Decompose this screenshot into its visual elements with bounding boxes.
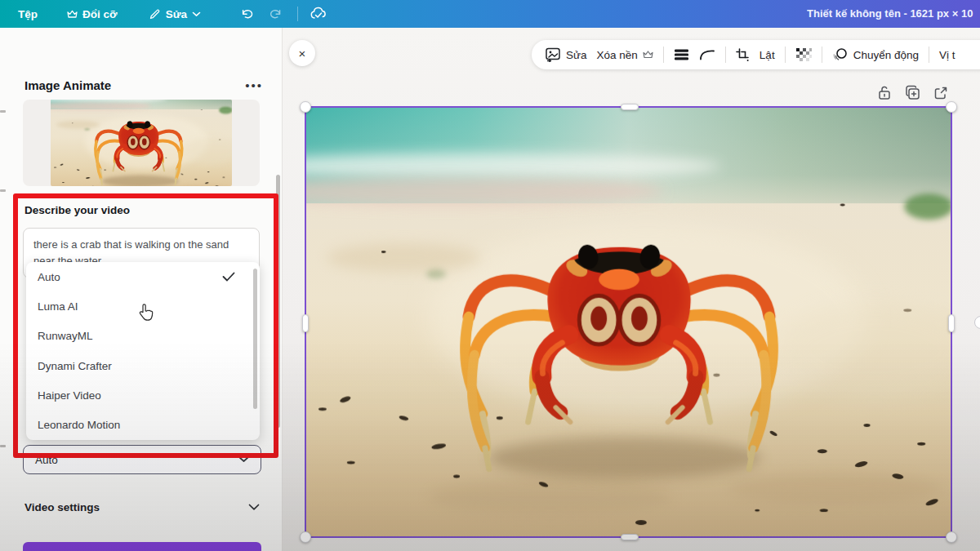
video-settings-toggle[interactable]: Video settings [24,501,260,513]
motion-icon [832,47,849,62]
photo-edit-icon [545,47,561,62]
dropdown-option-label: Auto [38,271,60,283]
beach-crab-image [306,108,951,536]
close-icon: × [299,47,306,60]
toolbar-divider [785,47,786,63]
remove-bg-label: Xóa nền [597,49,638,61]
undo-button[interactable] [240,8,255,20]
adjust-button[interactable] [674,48,689,61]
transparency-icon [795,47,812,62]
resize-handle-right[interactable] [948,314,955,332]
resize-handle-top-right[interactable] [946,101,957,113]
model-dropdown-list: Auto Luma AI RunwayML Dynami Crafter Hai… [26,262,260,440]
cloud-check-icon [310,7,327,21]
cropped-sidebar-fragment [0,110,6,113]
redo-button[interactable] [270,8,284,20]
edit-image-label: Sửa [566,49,587,61]
canvas-workspace[interactable]: × Sửa Xóa nền [283,28,980,551]
chevron-down-icon [238,456,249,463]
chevron-down-icon [248,504,260,511]
position-label: Vị t [939,49,956,61]
crown-icon [643,51,653,59]
top-menu-bar: Tệp Đổi cỡ Sửa Thiết kế không tên - 1621… [0,0,980,28]
flip-label: Lật [760,49,775,61]
cropped-sidebar-fragment [0,189,6,192]
source-image-thumbnail[interactable] [51,100,232,186]
dropdown-option-leonardo[interactable]: Leonardo Motion [26,410,260,439]
edit-image-button[interactable]: Sửa [545,47,587,62]
toolbar-divider [725,47,726,63]
topbar-divider [297,7,298,21]
dropdown-option-label: Leonardo Motion [38,419,120,431]
panel-scrollbar[interactable] [276,175,280,428]
dropdown-scrollbar[interactable] [253,269,257,409]
resize-handle-top[interactable] [621,104,639,110]
resize-button[interactable]: Đổi cỡ [67,8,118,20]
describe-video-label: Describe your video [24,204,130,216]
cropped-sidebar-fragment [0,445,6,447]
checkmark-icon [222,272,235,282]
resize-handle-left[interactable] [302,314,309,332]
file-menu-button[interactable]: Tệp [18,8,38,20]
edit-menu-label: Sửa [166,8,187,20]
dropdown-option-dynami-crafter[interactable]: Dynami Crafter [26,351,260,380]
dropdown-option-auto[interactable]: Auto [26,262,260,291]
resize-handle-top-left[interactable] [300,101,311,113]
dropdown-option-haiper[interactable]: Haiper Video [26,380,260,410]
edit-menu-button[interactable]: Sửa [149,8,201,20]
remove-background-button[interactable]: Xóa nền [597,49,653,61]
animate-label: Chuyển động [853,49,919,61]
curve-button[interactable] [699,49,715,60]
panel-title: Image Animate [24,78,111,92]
dropdown-option-runwayml[interactable]: RunwayML [26,322,260,351]
resize-handle-bottom[interactable] [621,534,639,540]
model-select-value: Auto [35,454,58,466]
flip-button[interactable]: Lật [760,49,775,61]
save-status-button[interactable] [310,7,327,21]
undo-icon [240,8,255,20]
add-page-icon[interactable] [933,85,949,100]
animate-button[interactable]: Chuyển động [832,47,919,62]
selection-quick-actions [877,85,949,100]
resize-handle-bottom-right[interactable] [946,531,957,543]
selected-image[interactable] [305,106,952,538]
crop-icon [736,48,750,62]
toolbar-divider [822,47,822,63]
crop-button[interactable] [736,48,750,62]
resize-handle-bottom-left[interactable] [300,531,311,543]
resize-label: Đổi cỡ [82,8,118,20]
transparency-button[interactable] [795,47,812,62]
pencil-icon [149,8,161,20]
panel-menu-button[interactable]: ••• [245,78,263,92]
lock-open-icon[interactable] [877,85,892,100]
dropdown-option-label: Haiper Video [38,389,101,402]
duplicate-icon[interactable] [905,85,920,100]
model-select[interactable]: Auto [23,445,261,474]
adjust-bars-icon [674,48,689,61]
arc-icon [699,49,715,60]
design-title[interactable]: Thiết kế không tên - 1621 px × 10 [807,0,980,28]
position-button[interactable]: Vị t [939,49,956,61]
dropdown-option-luma[interactable]: Luma AI [26,291,260,321]
video-settings-label: Video settings [24,501,100,513]
redo-icon [270,8,284,20]
image-context-toolbar: Sửa Xóa nền Lật [532,40,980,69]
dropdown-option-label: Luma AI [38,300,78,313]
generate-button[interactable]: Generate [23,542,261,551]
toolbar-divider [663,47,664,63]
image-animate-panel: Image Animate ••• Describe your video th… [0,28,283,551]
close-panel-button[interactable]: × [289,40,315,66]
dropdown-option-label: RunwayML [38,330,93,342]
dropdown-option-label: Dynami Crafter [38,360,112,372]
source-image-card [23,100,260,186]
toolbar-divider [929,47,929,63]
chevron-down-icon [192,11,201,17]
file-menu-label: Tệp [18,8,38,20]
crown-icon [67,10,78,19]
